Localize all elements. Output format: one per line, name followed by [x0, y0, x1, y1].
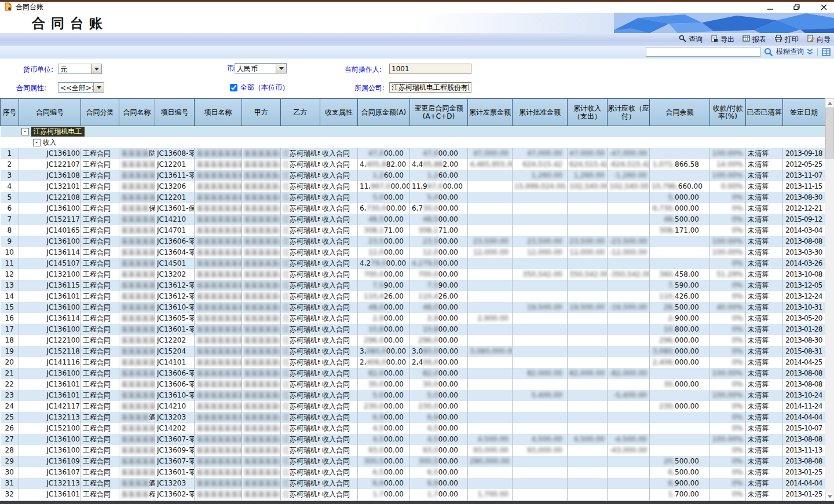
grid-view-button[interactable] — [822, 48, 831, 56]
table-row[interactable]: 12JC132100工程合同某某某某某JC13202某某某某某某某工程某某某某某… — [1, 269, 825, 280]
vertical-scrollbar[interactable] — [825, 98, 834, 501]
scroll-up-button[interactable] — [825, 98, 834, 108]
contract-attribute-select[interactable]: <<全部>> — [58, 82, 104, 93]
table-cell: 51.29% — [710, 269, 746, 280]
column-header[interactable]: 合同原金额(A) — [358, 99, 410, 126]
operator-input[interactable] — [389, 64, 471, 74]
table-row[interactable]: 32JC136101工程合同某某某某程JC13602-零某某某某某某某工程某某某… — [1, 489, 825, 500]
print-toolbar-button[interactable]: 打印 — [774, 35, 799, 45]
column-header[interactable]: 合同余额 — [650, 99, 710, 126]
column-header[interactable]: 序号 — [1, 99, 19, 126]
column-header[interactable]: 已否已清算 — [746, 99, 783, 126]
table-cell: 某某某某某某某工程 — [195, 181, 242, 192]
table-cell: 308,171.00 — [358, 225, 410, 236]
column-header[interactable]: 项目编号 — [155, 99, 195, 126]
table-cell: 某某某某某 — [119, 236, 155, 247]
fuzzy-search-button[interactable]: 模糊查询 — [764, 47, 813, 57]
table-row[interactable]: 9JC136100工程合同某某某某某JC13606-零某某某某某某某工程某某某某… — [1, 236, 825, 247]
wizard-toolbar-button[interactable]: 向导 — [807, 35, 831, 45]
table-row[interactable]: 20JC141116工程合同某某某某某JC14101某某某某某某某工程某某某某某… — [1, 357, 825, 368]
table-row[interactable]: 8JC140165工程合同某某某某某JC14701某某某某某某某工程某某某某某公… — [1, 225, 825, 236]
table-cell — [513, 357, 568, 368]
table-row[interactable]: 26JC152100工程合同某某某某某JC14202某某某某某某某工程某某某某某… — [1, 423, 825, 434]
column-header[interactable]: 收款/付款率(%) — [710, 99, 746, 126]
table-cell: 4,465,955.00 — [468, 159, 513, 170]
table-cell: -4,500.00 — [608, 434, 650, 445]
column-header[interactable]: 累计收入（支出） — [568, 99, 608, 126]
table-row[interactable]: 30JC136107工程合同某某某某某JC13601-零某某某某某某某工程某某某… — [1, 467, 825, 478]
table-cell — [608, 467, 650, 478]
table-cell: 2013-05-20 — [783, 313, 825, 324]
company-input[interactable] — [389, 82, 471, 93]
column-header[interactable]: 甲方 — [242, 99, 281, 126]
column-header[interactable]: 乙方 — [281, 99, 320, 126]
table-row[interactable]: 11JC145107工程合同某某某某某JC14501某某某某某某某工程某某某某某… — [1, 258, 825, 269]
table-cell: 收入合同 — [320, 214, 358, 225]
scroll-down-button[interactable] — [825, 492, 834, 501]
restore-button[interactable] — [792, 3, 802, 12]
table-cell: 23,500.00 — [358, 236, 410, 247]
column-header[interactable]: 项目名称 — [195, 99, 242, 126]
table-row[interactable]: 6JC136100工程合同某某某某保JC13601-保某某某某某某某工程某某某某… — [1, 203, 825, 214]
table-cell: 19 — [1, 346, 19, 357]
column-header[interactable]: 累计批准金额 — [513, 99, 568, 126]
table-row[interactable]: 2JC122107工程合同某某某某某JC12201某某某某某某某工程某某某某某公… — [1, 159, 825, 170]
column-header[interactable]: 收支属性 — [320, 99, 358, 126]
column-header[interactable]: 合同名称 — [119, 99, 155, 126]
column-header[interactable]: 累计发票金额 — [468, 99, 513, 126]
table-row[interactable]: 1JC136100工程合同某某某某防JC13608-零某某某某某某某工程某某某某… — [1, 148, 825, 159]
table-row[interactable]: 16JC136114工程合同某某某某某JC13605-零某某某某某某某工程某某某… — [1, 313, 825, 324]
table-row[interactable]: 15JC136100工程合同某某某某某JC13610-零某某某某某某某工程某某某… — [1, 302, 825, 313]
search-toolbar-button[interactable]: 查询 — [679, 35, 703, 45]
minimize-button[interactable] — [766, 3, 775, 12]
table-row[interactable]: 13JC136115工程合同某某某某某JC13612-零某某某某某某某工程某某某… — [1, 280, 825, 291]
table-row[interactable]: 19JC152118工程合同某某某某某JC15204某某某某某某某工程某某某某某… — [1, 346, 825, 357]
all-base-currency-checkbox[interactable]: 全部（本位币） — [230, 83, 289, 93]
table-row[interactable]: 22JC136101工程合同某某某某某JC13606-零某某某某某某某工程某某某… — [1, 379, 825, 390]
table-row[interactable]: 21JC136100工程合同某某某某某JC13606-零某某某某某某某工程某某某… — [1, 368, 825, 379]
table-cell: 收入合同 — [320, 346, 358, 357]
table-row[interactable]: 24JC142117工程合同某某某某某JC14210某某某某某某某工程某某某某某… — [1, 401, 825, 412]
table-cell: 19,500.00 — [513, 302, 568, 313]
table-row[interactable]: 31JC132113工程合同某某某某酒JC13203某某某某某某某工程某某某某某… — [1, 478, 825, 489]
table-row[interactable]: 5JC122108工程合同某某某某某JC12201某某某某某某某工程某某某某某公… — [1, 192, 825, 203]
table-cell: 工程合同 — [81, 225, 119, 236]
report-toolbar-button[interactable]: 报表 — [742, 35, 766, 45]
column-header[interactable]: 变更后合同金额(A+C+D) — [410, 99, 468, 126]
table-row[interactable]: 18JC122100工程合同某某某某某JC12202某某某某某某某工程某某某某某… — [1, 335, 825, 346]
table-row[interactable]: 17JC136100工程合同某某某某某JC13601-零某某某某某某某工程某某某… — [1, 324, 825, 335]
column-header[interactable]: 签定日期 — [783, 99, 825, 126]
table-cell: 某某某某某公司 — [242, 225, 281, 236]
table-row[interactable]: 10JC136114工程合同某某某某某JC13604-零某某某某某某某工程某某某… — [1, 247, 825, 258]
table-row[interactable]: 14JC136101工程合同某某某某某JC13612-零某某某某某某某工程某某某… — [1, 291, 825, 302]
table-cell — [568, 258, 608, 269]
table-cell: 工程合同 — [81, 203, 119, 214]
table-cell — [650, 412, 710, 423]
table-row[interactable]: 3JC136108工程合同某某某某某JC13611-零某某某某某某某工程某某某某… — [1, 170, 825, 181]
currency-select[interactable]: 人民币 — [235, 63, 287, 73]
table-row[interactable]: 7JC152117工程合同某某某某某JC14210某某某某某某某工程某某某某某公… — [1, 214, 825, 225]
collapse-toggle-icon[interactable]: - — [21, 128, 29, 135]
table-cell: 30,000.00 — [358, 379, 410, 390]
column-header[interactable]: 累计应收（应付） — [608, 99, 650, 126]
group-row[interactable]: -江苏柯瑞机电工 — [1, 126, 825, 138]
table-cell: 2,900.00 — [410, 313, 468, 324]
export-toolbar-button[interactable]: 导出 — [711, 35, 734, 45]
table-row[interactable]: 23JC136101工程合同某某某某某JC13610-零某某某某某某某工程某某某… — [1, 390, 825, 401]
column-header[interactable]: 合同分类 — [81, 99, 119, 126]
currency-unit-select[interactable]: 元 — [58, 64, 102, 74]
table-cell — [608, 456, 650, 467]
search-input[interactable] — [646, 47, 760, 57]
column-header[interactable]: 合同编号 — [19, 99, 81, 126]
table-row[interactable]: 29JC136109工程合同某某某某某JC13607-零某某某某某某某工程某某某… — [1, 456, 825, 467]
checkbox-input[interactable] — [230, 84, 237, 91]
table-row[interactable]: 27JC136100工程合同某某某某某JC13607-零某某某某某某某工程某某某… — [1, 434, 825, 445]
group-row[interactable]: -收入 — [1, 137, 825, 148]
scrollbar-thumb[interactable] — [825, 108, 834, 159]
table-cell: 某某某某某公司 — [242, 456, 281, 467]
close-button[interactable] — [819, 3, 828, 12]
table-row[interactable]: 4JC132101工程合同某某某某某JC13206某某某某某某某工程某某某某某公… — [1, 181, 825, 192]
collapse-toggle-icon[interactable]: - — [33, 139, 41, 146]
table-row[interactable]: 25JC132113工程合同某某某某酒JC13203某某某某某某某工程某某某某某… — [1, 412, 825, 423]
table-row[interactable]: 28JC136100工程合同某某某某某JC13609-零某某某某某某某工程某某某… — [1, 445, 825, 456]
